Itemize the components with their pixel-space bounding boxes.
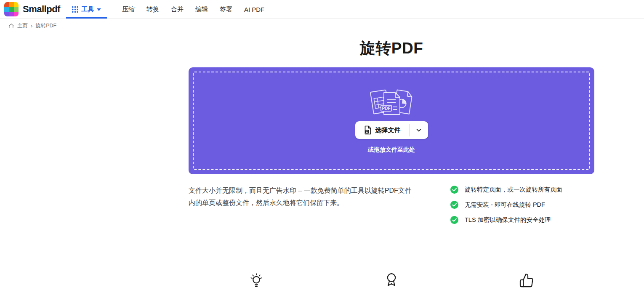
check-circle-icon [450, 201, 458, 209]
nav-item-compress[interactable]: 压缩 [116, 0, 141, 19]
feature-how-to: 如何旋转一个PDF并储存它 首先，上传您的文件，然后您就可以将指 [189, 272, 324, 293]
benefits-checklist: 旋转特定页面，或一次旋转所有页面 无需安装 - 即可在线旋转 PDF TLS 加… [450, 184, 594, 231]
list-item: 无需安装 - 即可在线旋转 PDF [450, 201, 594, 209]
medal-icon [335, 272, 448, 288]
nav-tools-label: 工具 [81, 5, 94, 13]
home-icon [8, 23, 14, 29]
feature-compatibility: 在许多不同作业系统上都能用! Smallpdf会在浏览器拖展它的魔法。所以 [459, 272, 594, 293]
features-row: 如何旋转一个PDF并储存它 首先，上传您的文件，然后您就可以将指 安全处理PDF… [189, 272, 594, 293]
list-item: TLS 加密以确保文件的安全处理 [450, 216, 594, 224]
breadcrumb-home[interactable]: 主页 [17, 22, 28, 29]
nav-item-convert[interactable]: 转换 [141, 0, 165, 19]
main-nav: 工具 压缩 转换 合并 编辑 签署 AI PDF [66, 0, 270, 19]
info-row: 文件大小并无限制，而且无广告水印 – 一款免费简单的工具以旋转PDF文件内的单页… [189, 184, 594, 231]
chevron-down-icon [97, 8, 101, 11]
breadcrumb-current: 旋转PDF [35, 22, 56, 29]
nav-tools-dropdown[interactable]: 工具 [66, 0, 107, 19]
choose-file-dropdown-button[interactable] [410, 121, 428, 139]
lightbulb-icon [200, 272, 313, 288]
check-circle-icon [450, 186, 458, 194]
breadcrumb: 主页 › 旋转PDF [0, 19, 644, 32]
page-title: 旋转PDF [189, 38, 594, 59]
nav-item-merge[interactable]: 合并 [165, 0, 189, 19]
smallpdf-logo-grid [4, 2, 19, 16]
choose-file-label: 选择文件 [375, 126, 401, 134]
grid-dots-icon [72, 6, 78, 13]
nav-item-ai-pdf[interactable]: AI PDF [238, 0, 270, 19]
choose-file-split-button: 选择文件 [355, 121, 428, 139]
brand-name: Smallpdf [23, 4, 60, 15]
file-dropzone[interactable]: PDF 选择文件 [189, 67, 594, 174]
smallpdf-logo[interactable]: Smallpdf [4, 0, 66, 19]
drag-drop-hint: 或拖放文件至此处 [368, 146, 415, 154]
add-document-icon [364, 125, 372, 135]
feature-security: 安全处理PDF 您上传的所有文件都会在经处理后六十分 [324, 272, 459, 293]
svg-text:PDF: PDF [382, 106, 391, 111]
main-content: 旋转PDF [189, 38, 594, 293]
thumbs-up-icon [470, 272, 583, 288]
tool-description: 文件大小并无限制，而且无广告水印 – 一款免费简单的工具以旋转PDF文件内的单页… [189, 184, 416, 231]
dropzone-dashed-area: PDF 选择文件 [193, 72, 590, 170]
breadcrumb-separator: › [31, 23, 32, 29]
check-circle-icon [450, 216, 458, 224]
top-navbar: Smallpdf 工具 压缩 转换 合并 编辑 签署 AI PDF [0, 0, 644, 19]
choose-file-button[interactable]: 选择文件 [355, 121, 409, 139]
nav-item-edit[interactable]: 编辑 [189, 0, 214, 19]
documents-icon: PDF [366, 87, 417, 115]
list-item: 旋转特定页面，或一次旋转所有页面 [450, 186, 594, 194]
nav-item-sign[interactable]: 签署 [214, 0, 238, 19]
